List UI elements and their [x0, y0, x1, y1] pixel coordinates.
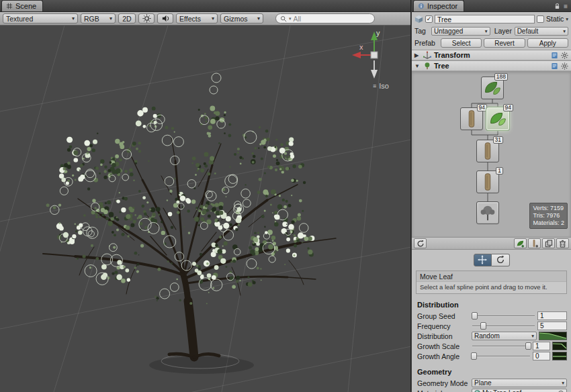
- growth-scale-curve-field[interactable]: [552, 342, 567, 350]
- lock-icon[interactable]: [554, 3, 560, 10]
- geometry-mode-label: Geometry Mode: [417, 379, 470, 387]
- object-picker-icon[interactable]: [558, 390, 564, 392]
- render-channel-dropdown[interactable]: RGB ▾: [81, 13, 116, 23]
- add-leaf-group-button[interactable]: [514, 238, 527, 248]
- growth-angle-slider[interactable]: [472, 352, 531, 360]
- group-seed-slider[interactable]: [472, 311, 535, 320]
- z-axis-cone[interactable]: [371, 70, 378, 79]
- gizmos-dropdown[interactable]: Gizmos ▾: [220, 13, 263, 23]
- search-filter-arrow-icon: ▾: [289, 16, 292, 21]
- prefab-select-button[interactable]: Select: [441, 38, 482, 48]
- distribution-value: Random: [474, 332, 500, 340]
- gear-icon[interactable]: [561, 62, 568, 70]
- duplicate-node-button[interactable]: [542, 238, 555, 248]
- slider-thumb[interactable]: [525, 342, 531, 350]
- growth-scale-slider[interactable]: [472, 342, 531, 350]
- projection-mode-label[interactable]: ≡ Iso: [373, 82, 389, 90]
- effects-dropdown[interactable]: Effects ▾: [176, 13, 218, 23]
- branch-group-node[interactable]: 31: [476, 140, 499, 162]
- delete-node-button[interactable]: [556, 238, 569, 248]
- growth-angle-row: Growth Angle 0: [412, 351, 571, 361]
- static-checkbox[interactable]: [537, 15, 544, 23]
- tree-title: Tree: [434, 62, 449, 70]
- group-seed-label: Group Seed: [417, 312, 470, 320]
- gizmo-x-label: x: [359, 43, 363, 51]
- gizmos-label: Gizmos: [224, 15, 248, 23]
- check-icon: ✓: [427, 16, 432, 22]
- prefab-label: Prefab: [414, 39, 439, 47]
- frequency-value[interactable]: 5: [537, 322, 567, 330]
- gameobject-active-checkbox[interactable]: ✓: [425, 15, 433, 23]
- 2d-toggle-button[interactable]: 2D: [118, 13, 136, 23]
- frequency-slider[interactable]: [472, 322, 535, 330]
- tag-value: Untagged: [434, 28, 463, 35]
- chevron-down-icon: ▾: [212, 15, 214, 21]
- tab-scene[interactable]: Scene: [1, 0, 43, 11]
- tab-inspector[interactable]: Inspector: [413, 0, 464, 11]
- panel-menu-icon[interactable]: ≡: [564, 3, 568, 10]
- tree-root-thumbnail-icon: [477, 202, 498, 224]
- transform-component-header[interactable]: ▶ Transform: [412, 50, 571, 60]
- help-book-icon[interactable]: [551, 52, 558, 59]
- audio-toggle-button[interactable]: [157, 13, 173, 23]
- branch-group-node[interactable]: 94: [460, 107, 483, 130]
- foldout-icon[interactable]: ▶: [414, 52, 421, 58]
- hint-title: Move Leaf: [416, 271, 566, 282]
- inspector-pane: Inspector ≡ ✓ Tree Static ▾ Tag Untagge: [412, 0, 571, 392]
- scene-viewport[interactable]: y x ≡ Iso: [0, 26, 410, 392]
- slider-thumb[interactable]: [472, 312, 478, 320]
- growth-angle-curve-field[interactable]: [552, 352, 567, 360]
- refresh-button[interactable]: [414, 238, 427, 248]
- shading-mode-dropdown[interactable]: Textured ▾: [3, 13, 78, 23]
- frequency-label: Frequency: [417, 322, 470, 330]
- orientation-gizmo[interactable]: y x: [349, 28, 401, 82]
- transform-title: Transform: [434, 51, 470, 59]
- leaf-group-node[interactable]: 188: [481, 77, 504, 99]
- sun-icon: [142, 14, 151, 23]
- x-axis-cone[interactable]: [352, 52, 361, 58]
- slider-thumb[interactable]: [471, 352, 477, 360]
- material-object-field[interactable]: My Tree Leaf: [472, 389, 567, 392]
- static-dropdown-icon[interactable]: ▾: [566, 16, 568, 22]
- group-seed-value[interactable]: 1: [537, 311, 567, 320]
- tree-component-header[interactable]: ▼ Tree: [412, 60, 571, 71]
- tag-dropdown[interactable]: Untagged ▾: [431, 27, 490, 36]
- geometry-mode-value: Plane: [474, 379, 492, 387]
- chevron-down-icon: ▾: [257, 15, 260, 21]
- distribution-row: Distribution Random ▾: [412, 331, 571, 341]
- leaf-group-node-selected[interactable]: 94: [486, 107, 509, 130]
- tool-hint-box: Move Leaf Select a leaf spline point and…: [416, 271, 567, 294]
- distribution-curve-field[interactable]: [539, 332, 567, 340]
- layer-dropdown[interactable]: Default ▾: [515, 27, 568, 36]
- prefab-apply-button[interactable]: Apply: [527, 38, 568, 48]
- scene-search-input[interactable]: ▾ All: [275, 13, 375, 23]
- distribution-dropdown[interactable]: Random ▾: [472, 332, 537, 340]
- node-count-badge: 1: [496, 167, 503, 175]
- slider-thumb[interactable]: [480, 322, 486, 330]
- tree-root-node[interactable]: [476, 201, 499, 224]
- tree-graph-toolbar: [412, 238, 571, 250]
- move-tool-icon: [478, 255, 487, 264]
- branch-group-node[interactable]: 1: [476, 170, 499, 193]
- tree-component-icon: [423, 62, 431, 70]
- move-leaf-tool-button[interactable]: [474, 254, 492, 266]
- foldout-icon[interactable]: ▼: [414, 63, 421, 69]
- help-book-icon[interactable]: [551, 62, 558, 70]
- gizmo-y-label: y: [376, 29, 380, 37]
- tree-hierarchy-graph[interactable]: 188 94 94 31 1: [412, 71, 571, 238]
- add-branch-group-button[interactable]: [528, 238, 541, 248]
- prefab-revert-button[interactable]: Revert: [484, 38, 525, 48]
- mesh-stats-tooltip: Verts: 7159 Tris: 7976 Materials: 2: [529, 203, 568, 229]
- gameobject-name-field[interactable]: Tree: [435, 15, 535, 23]
- material-row: Material My Tree Leaf: [412, 388, 571, 392]
- gizmo-center-cube[interactable]: [371, 52, 378, 58]
- geometry-mode-dropdown[interactable]: Plane ▾: [472, 379, 567, 387]
- distribution-label: Distribution: [417, 332, 470, 340]
- growth-angle-value[interactable]: 0: [533, 352, 550, 360]
- gear-icon[interactable]: [561, 52, 568, 59]
- lighting-toggle-button[interactable]: [138, 13, 155, 23]
- rotate-leaf-tool-button[interactable]: [492, 254, 510, 266]
- gameobject-cube-icon: [414, 15, 423, 23]
- curve-preview: [553, 342, 566, 350]
- growth-scale-value[interactable]: 1: [533, 342, 550, 350]
